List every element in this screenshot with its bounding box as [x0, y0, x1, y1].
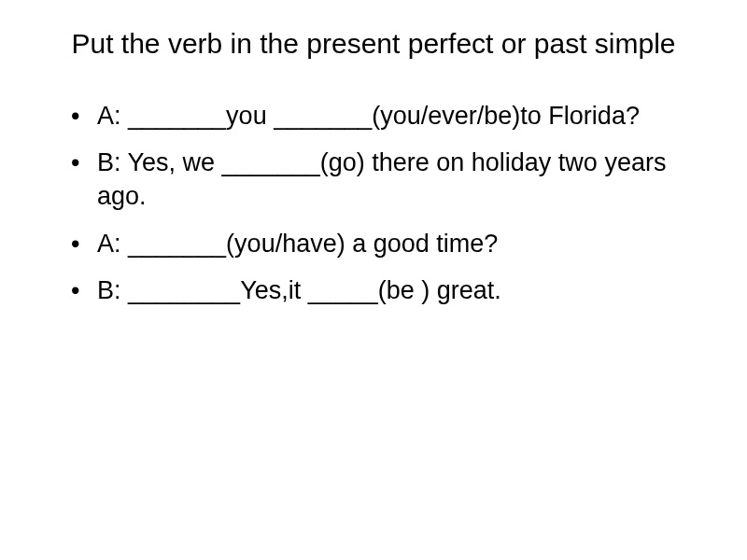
page-title: Put the verb in the present perfect or p… — [49, 26, 698, 62]
bullet-icon: • — [71, 273, 79, 307]
item-text: B: Yes, we _______(go) there on holiday … — [97, 148, 666, 210]
exercise-list: • A: _______you _______(you/ever/be)to F… — [49, 99, 698, 308]
item-text: B: ________Yes,it _____(be ) great. — [97, 276, 501, 304]
bullet-icon: • — [71, 227, 79, 260]
list-item: • A: _______(you/have) a good time? — [71, 227, 698, 260]
list-item: • B: Yes, we _______(go) there on holida… — [71, 146, 698, 214]
list-item: • B: ________Yes,it _____(be ) great. — [71, 273, 698, 307]
bullet-icon: • — [71, 99, 79, 133]
item-text: A: _______(you/have) a good time? — [97, 230, 498, 258]
bullet-icon: • — [71, 146, 79, 179]
list-item: • A: _______you _______(you/ever/be)to F… — [71, 99, 698, 133]
item-text: A: _______you _______(you/ever/be)to Flo… — [97, 102, 640, 130]
